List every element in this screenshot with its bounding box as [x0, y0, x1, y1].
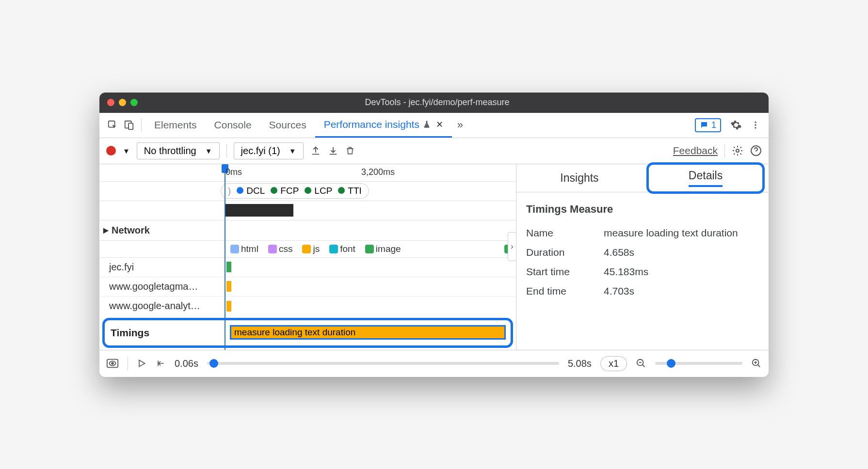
preview-toggle-icon[interactable] — [106, 358, 119, 369]
metric-dcl: DCL — [237, 186, 265, 196]
perf-toolbar: ▼ No throttling ▼ jec.fyi (1) ▼ Feedback — [99, 138, 769, 164]
zoom-out-icon[interactable] — [636, 358, 646, 369]
right-tabs: Insights Details — [516, 164, 769, 192]
network-section-header[interactable]: ▶ Network — [99, 220, 516, 241]
tab-performance-insights[interactable]: Performance insights ✕ — [315, 112, 452, 138]
import-icon[interactable] — [328, 145, 338, 156]
metrics-row: ) DCL FCP LCP TTI — [99, 182, 516, 201]
request-bar[interactable] — [226, 281, 231, 292]
record-menu-chevron-icon[interactable]: ▼ — [123, 147, 130, 155]
request-bar[interactable] — [226, 301, 231, 312]
feedback-link[interactable]: Feedback — [673, 145, 718, 156]
panel-body: 0ms 3,200ms ) DCL FCP LCP TTI ▶ Network — [99, 164, 769, 350]
messages-badge[interactable]: 1 — [695, 118, 721, 132]
network-row[interactable]: jec.fyi — [99, 258, 516, 277]
chevron-down-icon: ▼ — [289, 147, 296, 155]
delete-icon[interactable] — [345, 145, 355, 156]
detail-row: End time 4.703s — [516, 281, 769, 301]
record-button[interactable] — [106, 146, 116, 156]
flask-icon — [422, 120, 431, 129]
close-tab-icon[interactable]: ✕ — [436, 119, 443, 130]
chevron-down-icon: ▼ — [205, 147, 212, 155]
titlebar: DevTools - jec.fyi/demo/perf-measure — [99, 93, 769, 113]
throttle-select[interactable]: No throttling ▼ — [137, 142, 220, 159]
slider-thumb[interactable] — [209, 359, 218, 368]
svg-point-5 — [755, 127, 756, 128]
panel-settings-icon[interactable] — [732, 145, 743, 156]
svg-point-4 — [755, 124, 756, 125]
detail-row: Duration 4.658s — [516, 243, 769, 262]
metric-lcp: LCP — [305, 186, 332, 196]
speed-select[interactable]: x1 — [600, 356, 627, 371]
start-time: 0.06s — [175, 358, 198, 369]
metrics-pill[interactable]: ) DCL FCP LCP TTI — [221, 183, 369, 199]
overview-bar[interactable] — [99, 201, 516, 220]
svg-point-10 — [112, 362, 113, 364]
detail-row: Start time 45.183ms — [516, 262, 769, 281]
svg-rect-2 — [129, 123, 133, 129]
timing-measure-bar[interactable]: measure loading text duration — [230, 325, 506, 340]
legend-css: css — [268, 244, 293, 254]
minimize-window[interactable] — [119, 99, 126, 106]
legend-html: html — [230, 244, 258, 254]
ruler-tick: 0ms — [225, 167, 242, 177]
inspect-icon[interactable] — [104, 120, 121, 130]
details-panel: Insights Details Timings Measure Name me… — [516, 164, 769, 350]
slider-thumb[interactable] — [667, 359, 675, 368]
kebab-menu-icon[interactable] — [747, 120, 764, 130]
time-ruler[interactable]: 0ms 3,200ms — [99, 164, 516, 182]
detail-row: Name measure loading text duration — [516, 223, 769, 243]
time-slider[interactable] — [207, 362, 559, 365]
rewind-icon[interactable] — [155, 359, 166, 368]
play-icon[interactable] — [137, 359, 146, 368]
timings-highlight: Timings measure loading text duration — [102, 318, 513, 348]
legend-font: font — [329, 244, 355, 254]
collapse-sidebar-icon[interactable]: › — [508, 232, 516, 261]
window-controls — [107, 99, 138, 106]
expand-arrow-icon: ▶ — [103, 226, 109, 234]
tab-details[interactable]: Details — [643, 164, 769, 192]
end-time: 5.08s — [568, 358, 592, 369]
main-tabs: Elements Console Sources Performance ins… — [99, 113, 769, 138]
metric-tti: TTI — [338, 186, 362, 196]
footer-controls: 0.06s 5.08s x1 — [99, 350, 769, 377]
devtools-window: DevTools - jec.fyi/demo/perf-measure Ele… — [99, 93, 769, 377]
activity-bar — [225, 204, 293, 217]
zoom-in-icon[interactable] — [751, 358, 762, 369]
close-window[interactable] — [107, 99, 114, 106]
tab-insights[interactable]: Insights — [516, 164, 643, 192]
more-tabs-icon[interactable]: » — [452, 119, 468, 131]
network-row[interactable]: www.google-analyt… — [99, 297, 516, 316]
zoom-slider[interactable] — [655, 362, 742, 365]
legend-js: js — [302, 244, 320, 254]
network-row[interactable]: www.googletagma… — [99, 277, 516, 297]
details-title: Timings Measure — [516, 192, 769, 223]
maximize-window[interactable] — [130, 99, 138, 106]
divider — [141, 118, 142, 132]
message-icon — [700, 121, 708, 129]
help-icon[interactable] — [750, 145, 762, 156]
svg-point-3 — [755, 122, 756, 123]
metric-fcp: FCP — [271, 186, 299, 196]
settings-icon[interactable] — [728, 119, 744, 131]
export-icon[interactable] — [310, 145, 321, 156]
device-toggle-icon[interactable] — [121, 120, 137, 130]
tab-elements[interactable]: Elements — [145, 112, 206, 138]
svg-point-6 — [736, 149, 739, 152]
legend-image: image — [365, 244, 401, 254]
tab-sources[interactable]: Sources — [260, 112, 315, 138]
window-title: DevTools - jec.fyi/demo/perf-measure — [138, 97, 761, 108]
ruler-tick: 3,200ms — [361, 167, 395, 177]
recording-select[interactable]: jec.fyi (1) ▼ — [234, 142, 304, 159]
timeline-panel: 0ms 3,200ms ) DCL FCP LCP TTI ▶ Network — [99, 164, 516, 350]
network-legend: html css js font image — [99, 241, 516, 258]
request-bar[interactable] — [226, 262, 231, 272]
tab-console[interactable]: Console — [206, 112, 260, 138]
